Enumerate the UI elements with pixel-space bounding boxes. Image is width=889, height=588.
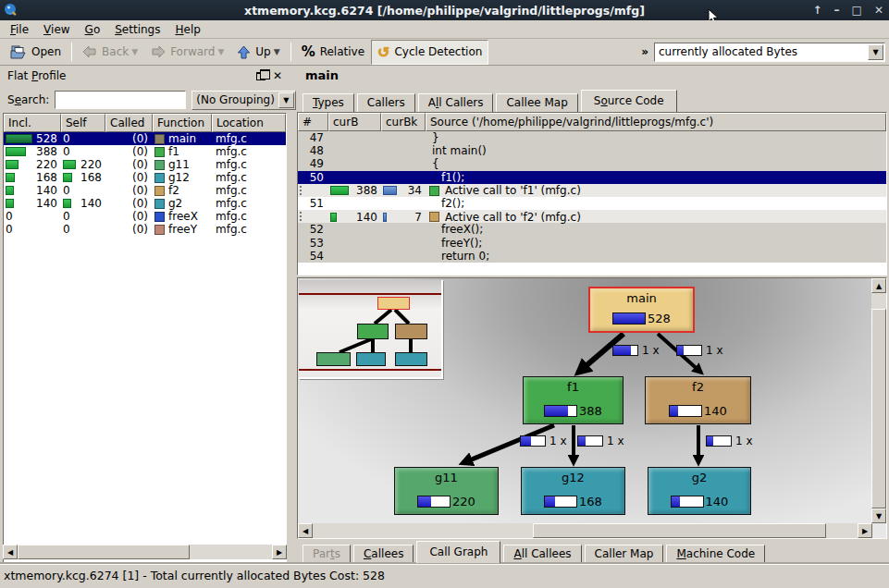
column-header-source[interactable]: Source ('/home/philippe/valgrind/littlep… — [426, 113, 886, 131]
graph-vscrollbar[interactable]: ▲ ▼ — [871, 278, 886, 523]
source-row[interactable]: 52freeX(); — [298, 223, 886, 236]
flat-profile-hscrollbar[interactable]: ◀ ▶ — [3, 545, 287, 559]
source-row[interactable]: 53freeY(); — [298, 237, 886, 250]
dock-title-bar[interactable]: Flat Profile ✕ — [2, 66, 288, 86]
table-row-g12[interactable]: 168168(0)g12mfg.c — [4, 171, 286, 184]
column-header-function[interactable]: Function — [153, 114, 212, 132]
scroll-up-icon[interactable]: ▲ — [871, 278, 886, 293]
tab-machine-code[interactable]: Machine Code — [666, 545, 765, 563]
toolbar: Open Back▼ Forward▼ Up▼ % Relative — [0, 39, 889, 66]
combobox-arrow-icon[interactable]: ▼ — [868, 44, 883, 60]
incl-cell: 0 — [4, 210, 61, 223]
menu-item-view[interactable]: View — [36, 21, 77, 38]
table-row-main[interactable]: 5280(0)mainmfg.c — [4, 132, 286, 145]
column-header-location[interactable]: Location — [212, 114, 286, 132]
scrollbar-thumb[interactable] — [18, 545, 190, 559]
source-row[interactable]: 1407Active call to 'f2' (mfg.c) — [298, 210, 886, 223]
column-header-curb[interactable]: curB — [328, 113, 381, 131]
menu-item-file[interactable]: File — [3, 21, 36, 38]
scrollbar-thumb[interactable] — [871, 309, 886, 508]
scroll-right-icon[interactable]: ▶ — [272, 545, 287, 559]
edge-cost-bar-fill — [521, 436, 531, 446]
scroll-left-icon[interactable]: ◀ — [298, 523, 313, 538]
curb-cell: 388 — [328, 184, 381, 198]
source-row[interactable]: 51f2(); — [298, 197, 886, 210]
open-button[interactable]: Open — [4, 42, 68, 63]
scrollbar-thumb[interactable] — [533, 523, 826, 538]
tab-all-callers[interactable]: All Callers — [418, 93, 494, 112]
scroll-left-icon[interactable]: ◀ — [3, 545, 18, 559]
source-row[interactable]: 38834Active call to 'f1' (mfg.c) — [298, 184, 886, 197]
location-value: mfg.c — [212, 197, 286, 210]
tab-caller-map[interactable]: Caller Map — [585, 545, 664, 563]
function-name: g12 — [168, 171, 190, 184]
graph-overview-minimap[interactable] — [299, 280, 443, 379]
dock-close-icon[interactable]: ✕ — [273, 69, 282, 82]
table-row-f2[interactable]: 1400(0)f2mfg.c — [4, 184, 286, 197]
column-header-line[interactable]: # — [298, 113, 328, 131]
selected-function-title: main — [297, 66, 887, 86]
tab-types[interactable]: Types — [303, 93, 354, 112]
column-header-incl[interactable]: Incl. — [4, 114, 61, 132]
menu-item-help[interactable]: Help — [167, 21, 207, 38]
shade-button[interactable]: ↑ — [813, 4, 822, 17]
source-row[interactable]: 54return 0; — [298, 250, 886, 263]
scroll-down-icon[interactable]: ▼ — [871, 508, 886, 523]
minimize-button[interactable]: – — [834, 4, 840, 17]
edge-call-count-label: 1 x — [706, 435, 753, 447]
tab-call-graph[interactable]: Call Graph — [416, 541, 500, 563]
graph-node-g11[interactable]: g11220 — [394, 467, 499, 515]
source-row[interactable]: 50f1(); — [298, 171, 886, 184]
call-graph-canvas[interactable]: main528f1388f2140g11220g12168g2140 1 x1 … — [298, 278, 871, 523]
tab-callees[interactable]: Callees — [353, 545, 414, 563]
dock-float-icon[interactable] — [256, 72, 265, 80]
menu-bar: FileViewGoSettingsHelp — [0, 20, 889, 39]
tab-callee-map[interactable]: Callee Map — [496, 93, 577, 112]
table-row-freeY[interactable]: 00(0)freeYmfg.c — [4, 223, 286, 236]
table-row-freeX[interactable]: 00(0)freeXmfg.c — [4, 210, 286, 223]
column-header-curbk[interactable]: curBk — [381, 113, 426, 131]
line-number: 49 — [298, 157, 328, 170]
source-row[interactable]: 49{ — [298, 157, 886, 170]
search-input[interactable] — [55, 91, 186, 109]
minimap-node — [377, 297, 410, 310]
table-row-g11[interactable]: 220220(0)g11mfg.c — [4, 158, 286, 171]
menu-item-settings[interactable]: Settings — [107, 21, 167, 38]
combobox-arrow-icon[interactable]: ▼ — [278, 92, 294, 108]
tab-callers[interactable]: Callers — [357, 93, 415, 112]
up-button[interactable]: Up▼ — [230, 42, 286, 63]
tab-all-callees[interactable]: All Callees — [503, 545, 581, 563]
table-row-g2[interactable]: 140140(0)g2mfg.c — [4, 197, 286, 210]
event-type-combobox[interactable]: currently allocated Bytes ▼ — [654, 43, 885, 62]
maximize-button[interactable]: □ — [852, 4, 862, 17]
graph-node-g12[interactable]: g12168 — [521, 467, 625, 515]
column-header-self[interactable]: Self — [61, 114, 105, 132]
relative-toggle-button[interactable]: % Relative — [295, 40, 371, 64]
graph-node-f2[interactable]: f2140 — [645, 376, 751, 424]
table-row-f1[interactable]: 3880(0)f1mfg.c — [4, 145, 286, 158]
function-name: freeX — [168, 210, 198, 223]
graph-node-f1[interactable]: f1388 — [523, 376, 624, 424]
close-button[interactable]: ✕ — [874, 4, 883, 17]
graph-node-g2[interactable]: g2140 — [648, 467, 751, 515]
grouping-combobox[interactable]: (No Grouping) ▼ — [191, 91, 296, 110]
edge-call-count: 1 x — [642, 344, 660, 357]
menu-item-go[interactable]: Go — [78, 21, 108, 38]
incl-cell: 168 — [4, 171, 61, 184]
cycle-detection-toggle-button[interactable]: ↺ Cycle Detection — [371, 40, 488, 65]
tab-source-code[interactable]: Source Code — [581, 90, 677, 112]
detail-panel: main TypesCallersAll CallersCallee MapSo… — [297, 66, 887, 564]
graph-hscrollbar[interactable]: ◀ ▶ — [298, 523, 872, 538]
scroll-right-icon[interactable]: ▶ — [858, 523, 872, 538]
graph-node-main[interactable]: main528 — [588, 287, 695, 333]
toolbar-overflow-button[interactable]: » — [636, 45, 654, 58]
dock-title: Flat Profile — [7, 69, 256, 82]
title-bar[interactable]: xtmemory.kcg.6274 [/home/philippe/valgri… — [0, 0, 889, 20]
source-row[interactable]: 48int main() — [298, 144, 886, 157]
column-header-called[interactable]: Called — [105, 114, 153, 132]
edge-call-count-label: 1 x — [612, 344, 660, 357]
source-row[interactable]: 47} — [298, 131, 886, 144]
incl-bar — [6, 199, 14, 208]
up-dropdown-caret[interactable]: ▼ — [274, 47, 280, 56]
self-cell: 140 — [61, 197, 105, 210]
